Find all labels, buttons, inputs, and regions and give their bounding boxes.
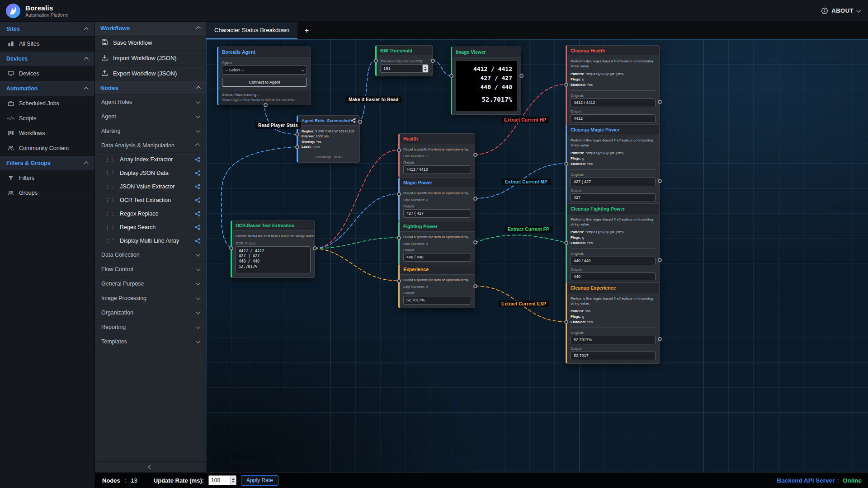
output-port[interactable] — [473, 153, 477, 157]
node-magic-power[interactable]: Magic Power Output a specific line from … — [398, 177, 475, 221]
node-template-regex-replace[interactable]: ⋮⋮ Regex Replace — [95, 207, 206, 221]
category-reporting[interactable]: Reporting — [95, 320, 206, 334]
node-cleanup-experience[interactable]: Cleanup Experience Performs live regex-b… — [566, 282, 660, 364]
node-fighting-power[interactable]: Fighting Power Output a specific line fr… — [398, 221, 475, 265]
input-port[interactable] — [564, 162, 568, 166]
output-field[interactable] — [571, 352, 656, 360]
threshold-input[interactable] — [381, 65, 422, 72]
node-template-display-json-data[interactable]: ⋮⋮ Display JSON Data — [95, 166, 206, 180]
input-port[interactable] — [397, 279, 401, 283]
category-templates[interactable]: Templates — [95, 334, 206, 349]
output-port[interactable] — [519, 74, 524, 78]
output-field[interactable] — [403, 165, 471, 174]
node-borealis-agent[interactable]: Borealis Agent Agent: -- Select -- Conne… — [217, 47, 311, 105]
category-image-processing[interactable]: Image Processing — [95, 291, 206, 305]
output-field[interactable] — [403, 209, 471, 218]
export-workflow-button[interactable]: Export Workflow (JSON) — [95, 66, 206, 81]
output-field[interactable] — [403, 296, 471, 305]
input-port[interactable] — [374, 59, 378, 63]
node-cleanup-magic-power[interactable]: Cleanup Magic Power Performs live regex-… — [566, 124, 660, 206]
input-port[interactable] — [295, 132, 299, 136]
agent-select[interactable]: -- Select -- — [222, 66, 307, 75]
output-field[interactable] — [571, 114, 656, 123]
number-stepper[interactable] — [422, 65, 428, 72]
save-workflow-button[interactable]: Save Workflow — [95, 35, 206, 51]
node-ocr-text-extraction[interactable]: OCR-Based Text Extraction Extract Multi-… — [231, 221, 315, 278]
node-template-regex-search[interactable]: ⋮⋮ Regex Search — [95, 221, 206, 234]
sidebar-item-devices[interactable]: Devices — [0, 66, 94, 81]
node-image-viewer[interactable]: Image Viewer 4412 / 4412 427 / 427 440 /… — [451, 47, 521, 115]
sidebar-item-scripts[interactable]: </> Scripts — [0, 111, 94, 126]
original-field[interactable] — [571, 257, 656, 265]
share-icon[interactable] — [351, 118, 356, 123]
sidebar-item-scheduled-jobs[interactable]: Scheduled Jobs — [0, 96, 94, 111]
connect-to-agent-button[interactable]: Connect to Agent — [222, 78, 307, 87]
ocr-output-textarea[interactable]: 4412 / 4412 427 { 427 440 / 440 52.7017% — [236, 246, 311, 273]
output-port[interactable] — [313, 246, 317, 250]
input-port[interactable] — [397, 148, 401, 152]
output-field[interactable] — [403, 253, 471, 262]
sidebar-item-groups[interactable]: Groups — [0, 186, 94, 201]
sidebar-item-filters[interactable]: Filters — [0, 171, 94, 186]
add-tab-button[interactable]: + — [297, 22, 316, 39]
output-port[interactable] — [358, 120, 362, 124]
workflows-panel-header[interactable]: Workflows — [95, 22, 206, 35]
category-organization[interactable]: Organization — [95, 305, 206, 320]
about-menu[interactable]: ABOUT — [821, 7, 860, 14]
output-port[interactable] — [658, 179, 662, 183]
node-experience[interactable]: Experience Output a specific line from a… — [398, 264, 475, 308]
node-template-display-multi-line-array[interactable]: ⋮⋮ Display Multi-Line Array — [95, 234, 206, 248]
input-port[interactable] — [449, 74, 453, 78]
workflow-canvas[interactable]: Borealis Agent Agent: -- Select -- Conne… — [206, 39, 868, 472]
category-alerting[interactable]: Alerting — [95, 124, 206, 138]
node-template-array-index-extractor[interactable]: ⋮⋮ Array Index Extractor — [95, 153, 206, 166]
input-port[interactable] — [564, 320, 568, 324]
output-port[interactable] — [658, 258, 662, 262]
nav-section-devices[interactable]: Devices — [0, 52, 94, 66]
input-port[interactable] — [397, 192, 401, 196]
collapse-panel-button[interactable] — [95, 461, 206, 472]
node-cleanup-fighting-power[interactable]: Cleanup Fighting Power Performs live reg… — [566, 203, 660, 285]
category-agent[interactable]: Agent — [95, 109, 206, 124]
category-agent-roles[interactable]: Agent Roles — [95, 95, 206, 109]
tab-character-status-breakdown[interactable]: Character Status Breakdown — [206, 22, 297, 39]
update-rate-input[interactable] — [209, 476, 230, 485]
output-field[interactable] — [571, 272, 656, 281]
node-agent-role-screenshot[interactable]: Agent Role: Screenshot Region: X:200 Y:4… — [297, 115, 360, 163]
sidebar-item-all-sites[interactable]: All Sites — [0, 37, 94, 52]
input-port[interactable] — [564, 241, 568, 245]
category-data-analysis[interactable]: Data Analysis & Manipulation — [95, 138, 206, 153]
apply-rate-button[interactable]: Apply Rate — [241, 475, 278, 486]
output-port[interactable] — [658, 337, 662, 341]
sidebar-item-workflows[interactable]: Workflows — [0, 126, 94, 141]
output-port[interactable] — [473, 240, 477, 244]
category-data-collection[interactable]: Data Collection — [95, 248, 206, 262]
output-port[interactable] — [473, 284, 477, 288]
import-workflow-button[interactable]: Import Workflow (JSON) — [95, 51, 206, 66]
input-port[interactable] — [397, 236, 401, 240]
original-field[interactable] — [571, 178, 656, 186]
original-field[interactable] — [571, 99, 656, 107]
node-health[interactable]: Health Output a specific line from an up… — [398, 133, 475, 178]
category-general-purpose[interactable]: General Purpose — [95, 277, 206, 291]
node-bw-threshold[interactable]: BW Threshold Threshold Strength (0–255): — [375, 45, 433, 76]
output-field[interactable] — [571, 193, 656, 202]
input-port[interactable] — [564, 83, 568, 87]
input-port[interactable] — [229, 246, 233, 250]
original-field[interactable] — [571, 336, 656, 344]
output-port[interactable] — [473, 197, 477, 201]
category-flow-control[interactable]: Flow Control — [95, 262, 206, 277]
number-stepper[interactable] — [230, 476, 236, 485]
node-cleanup-health[interactable]: Cleanup Health Performs live regex-based… — [566, 45, 660, 127]
nav-section-automation[interactable]: Automation — [0, 81, 94, 96]
input-port[interactable] — [295, 145, 299, 149]
nav-section-sites[interactable]: Sites — [0, 22, 94, 37]
output-port[interactable] — [264, 103, 268, 107]
nav-section-filters-groups[interactable]: Filters & Groups — [0, 156, 94, 171]
output-port[interactable] — [658, 100, 662, 104]
sidebar-item-community-content[interactable]: Community Content — [0, 141, 94, 156]
nodes-panel-header[interactable]: Nodes — [95, 81, 206, 95]
output-port[interactable] — [431, 59, 435, 63]
node-template-ocr-text-extraction[interactable]: ⋮⋮ OCR Text Extraction — [95, 193, 206, 207]
node-template-json-value-extractor[interactable]: ⋮⋮ JSON Value Extractor — [95, 180, 206, 193]
